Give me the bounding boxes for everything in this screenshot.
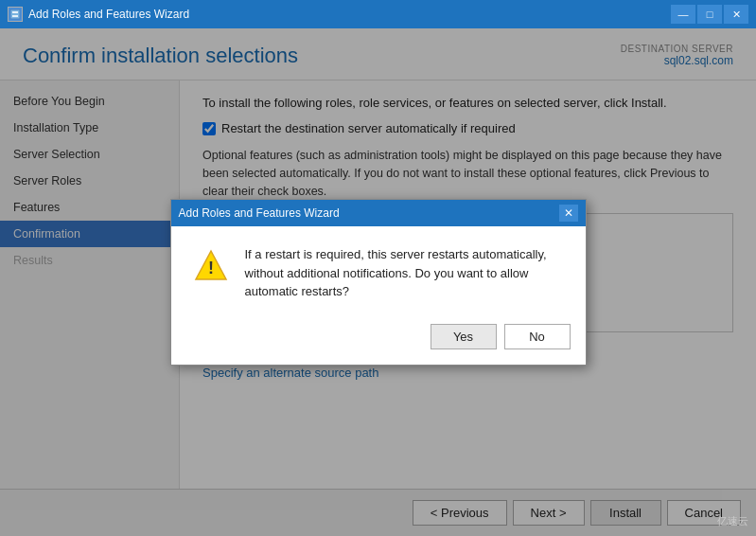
title-bar-controls: — □ ✕ [671, 5, 748, 24]
modal-dialog: Add Roles and Features Wizard ✕ ! If a r… [170, 199, 587, 366]
watermark: 亿速云 [717, 514, 748, 528]
close-button[interactable]: ✕ [724, 5, 748, 24]
modal-yes-button[interactable]: Yes [431, 324, 497, 349]
title-bar: Add Roles and Features Wizard — □ ✕ [0, 0, 756, 28]
modal-message: If a restart is required, this server re… [245, 245, 565, 301]
modal-body: ! If a restart is required, this server … [171, 226, 586, 316]
svg-rect-2 [12, 15, 18, 17]
wizard-icon [8, 7, 23, 22]
modal-title-text: Add Roles and Features Wizard [179, 206, 340, 220]
modal-overlay: Add Roles and Features Wizard ✕ ! If a r… [0, 28, 756, 536]
modal-no-button[interactable]: No [504, 324, 571, 349]
svg-rect-1 [12, 11, 18, 13]
modal-close-button[interactable]: ✕ [559, 205, 578, 222]
svg-text:!: ! [208, 259, 214, 277]
modal-title-bar: Add Roles and Features Wizard ✕ [171, 200, 586, 226]
warning-icon: ! [192, 247, 230, 285]
svg-rect-0 [10, 9, 20, 19]
modal-footer: Yes No [171, 316, 586, 365]
minimize-button[interactable]: — [671, 5, 695, 24]
maximize-button[interactable]: □ [697, 5, 722, 24]
title-bar-left: Add Roles and Features Wizard [8, 7, 189, 22]
title-bar-text: Add Roles and Features Wizard [28, 8, 189, 21]
